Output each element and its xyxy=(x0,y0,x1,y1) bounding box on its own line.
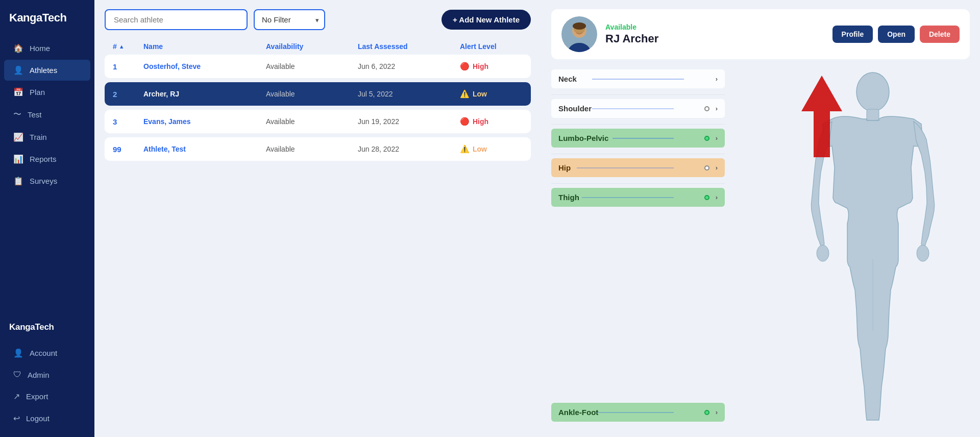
region-name: Shoulder xyxy=(558,104,716,113)
athletes-table: # ▲ Name Availability Last Assessed Aler… xyxy=(105,38,531,165)
svg-point-16 xyxy=(917,245,929,261)
alert-badge: ⚠️ Low xyxy=(460,144,541,154)
row-availability: Available xyxy=(266,90,358,98)
row-availability: Available xyxy=(266,117,358,126)
svg-rect-14 xyxy=(867,109,879,120)
chevron-right-icon: › xyxy=(716,75,718,83)
sidebar-item-surveys[interactable]: 📋 Surveys xyxy=(4,171,90,191)
header-last-assessed: Last Assessed xyxy=(358,42,460,51)
surveys-icon: 📋 xyxy=(13,176,23,186)
header-alert-level: Alert Level xyxy=(460,42,541,51)
table-header: # ▲ Name Availability Last Assessed Aler… xyxy=(105,38,531,55)
toolbar: No Filter + Add New Athlete xyxy=(105,9,531,30)
row-date: Jun 28, 2022 xyxy=(358,145,460,153)
add-athlete-button[interactable]: + Add New Athlete xyxy=(442,10,531,30)
sidebar-item-label: Account xyxy=(30,349,57,357)
athlete-status: Available xyxy=(605,23,824,31)
alert-badge: 🔴 High xyxy=(460,62,541,71)
row-name: Archer, RJ xyxy=(143,90,266,98)
filter-wrapper: No Filter xyxy=(254,9,325,30)
chevron-right-icon: › xyxy=(716,193,718,201)
svg-point-15 xyxy=(817,245,829,261)
sidebar-item-logout[interactable]: ↩ Logout xyxy=(4,408,90,429)
sidebar-item-label: Logout xyxy=(26,414,50,423)
svg-point-13 xyxy=(856,72,889,111)
row-name: Oosterhof, Steve xyxy=(143,62,266,70)
account-icon: 👤 xyxy=(13,348,23,358)
region-neck[interactable]: Neck › xyxy=(551,69,725,88)
sidebar-item-reports[interactable]: 📊 Reports xyxy=(4,149,90,169)
table-row[interactable]: 1 Oosterhof, Steve Available Jun 6, 2022… xyxy=(105,55,531,78)
admin-icon: 🛡 xyxy=(13,370,21,379)
logout-icon: ↩ xyxy=(13,414,20,423)
region-ankle-foot[interactable]: Ankle-Foot › xyxy=(551,403,725,422)
sidebar-item-admin[interactable]: 🛡 Admin xyxy=(4,365,90,385)
sidebar-item-label: Home xyxy=(30,44,50,53)
alert-high-icon: 🔴 xyxy=(460,117,470,126)
delete-button[interactable]: Delete xyxy=(920,26,960,43)
alert-low-icon: ⚠️ xyxy=(460,89,470,99)
table-row[interactable]: 2 Archer, RJ Available Jul 5, 2022 ⚠️ Lo… xyxy=(105,82,531,106)
region-thigh[interactable]: Thigh › xyxy=(551,188,725,207)
region-name: Ankle-Foot xyxy=(558,408,716,417)
sidebar-item-plan[interactable]: 📅 Plan xyxy=(4,82,90,103)
alert-badge: 🔴 High xyxy=(460,117,541,126)
region-shoulder[interactable]: Shoulder › xyxy=(551,99,725,118)
alert-low-icon: ⚠️ xyxy=(460,144,470,154)
bottom-nav: 👤 Account 🛡 Admin ↗ Export ↩ Logout xyxy=(0,341,94,437)
alert-high-icon: 🔴 xyxy=(460,62,470,71)
sidebar-item-train[interactable]: 📈 Train xyxy=(4,127,90,148)
sidebar-item-home[interactable]: 🏠 Home xyxy=(4,38,90,59)
search-input[interactable] xyxy=(105,9,248,30)
main-content: No Filter + Add New Athlete # ▲ Name Ava… xyxy=(94,0,541,437)
row-date: Jun 19, 2022 xyxy=(358,117,460,126)
athletes-icon: 👤 xyxy=(13,65,23,75)
region-name: Thigh xyxy=(558,193,716,202)
header-buttons: Profile Open Delete xyxy=(832,26,960,43)
reports-icon: 📊 xyxy=(13,154,23,164)
export-icon: ↗ xyxy=(13,392,20,401)
table-row[interactable]: 3 Evans, James Available Jun 19, 2022 🔴 … xyxy=(105,110,531,133)
sidebar-item-test[interactable]: 〜 Test xyxy=(4,104,90,126)
sidebar-item-label: Test xyxy=(28,110,42,119)
region-name: Neck xyxy=(558,75,716,83)
row-name: Evans, James xyxy=(143,117,266,126)
sidebar-item-export[interactable]: ↗ Export xyxy=(4,386,90,407)
athlete-header: Available RJ Archer Profile Open Delete xyxy=(551,9,970,59)
red-arrow xyxy=(801,76,842,157)
sidebar-item-label: Surveys xyxy=(30,177,57,185)
row-number: 1 xyxy=(113,62,143,71)
home-icon: 🏠 xyxy=(13,43,23,53)
region-hip[interactable]: Hip › xyxy=(551,158,725,177)
sidebar: KangaTech 🏠 Home 👤 Athletes 📅 Plan 〜 Tes… xyxy=(0,0,94,437)
region-lumbo-pelvic[interactable]: Lumbo-Pelvic › xyxy=(551,129,725,148)
profile-button[interactable]: Profile xyxy=(832,26,873,43)
right-panel: Available RJ Archer Profile Open Delete … xyxy=(541,0,980,437)
sidebar-item-label: Export xyxy=(26,392,48,401)
chevron-right-icon: › xyxy=(716,408,718,416)
alert-badge: ⚠️ Low xyxy=(460,89,541,99)
train-icon: 📈 xyxy=(13,132,23,142)
test-icon: 〜 xyxy=(13,109,21,120)
row-date: Jun 6, 2022 xyxy=(358,62,460,70)
header-name: Name xyxy=(143,42,266,51)
athlete-name: RJ Archer xyxy=(605,32,824,45)
table-row[interactable]: 99 Athlete, Test Available Jun 28, 2022 … xyxy=(105,137,531,161)
region-name: Lumbo-Pelvic xyxy=(558,134,716,142)
filter-select[interactable]: No Filter xyxy=(254,9,325,30)
sidebar-item-label: Train xyxy=(30,133,47,141)
svg-point-5 xyxy=(573,22,586,30)
row-number: 2 xyxy=(113,90,143,99)
row-number: 3 xyxy=(113,117,143,126)
chevron-right-icon: › xyxy=(716,105,718,112)
open-button[interactable]: Open xyxy=(878,26,915,43)
body-panel: Neck › Shoulder › Lumbo-Pelvic › xyxy=(551,65,970,428)
athlete-info: Available RJ Archer xyxy=(605,23,824,45)
header-num: # ▲ xyxy=(113,42,143,51)
row-number: 99 xyxy=(113,145,143,154)
avatar xyxy=(561,16,597,52)
sidebar-item-label: Athletes xyxy=(30,66,57,75)
sidebar-item-label: Plan xyxy=(30,88,45,96)
sidebar-item-athletes[interactable]: 👤 Athletes xyxy=(4,60,90,81)
sidebar-item-account[interactable]: 👤 Account xyxy=(4,343,90,363)
